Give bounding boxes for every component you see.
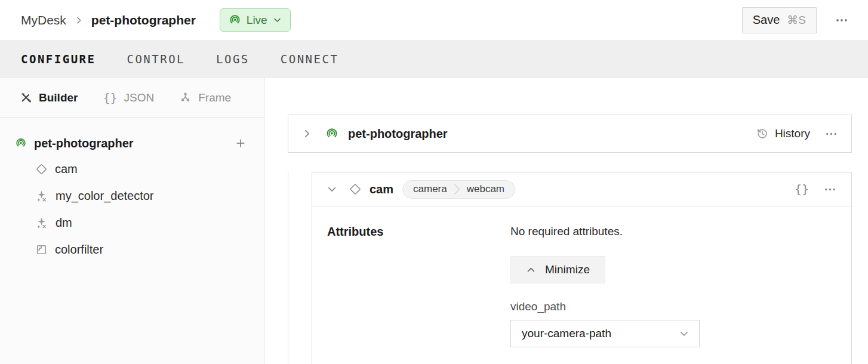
- tree-item-my-color-detector[interactable]: my_color_detector: [0, 183, 264, 209]
- chevron-down-icon: [327, 184, 337, 195]
- cam-card-collapse-button[interactable]: [323, 180, 341, 198]
- cam-resource-card: cam camera webcam {}: [312, 172, 852, 364]
- view-tab-json-label: JSON: [124, 91, 155, 104]
- tree-item-label: my_color_detector: [56, 189, 154, 203]
- no-required-attributes-text: No required attributes.: [510, 225, 836, 238]
- video-path-select-value: your-camera-path: [522, 327, 611, 340]
- save-shortcut-hint: ⌘S: [787, 13, 806, 27]
- save-button-label: Save: [753, 13, 780, 27]
- tree-root-label: pet-photographer: [34, 137, 224, 150]
- chevron-down-icon: [679, 328, 690, 339]
- view-code-button[interactable]: {}: [795, 182, 809, 196]
- chevron-separator-icon: [453, 183, 461, 196]
- chevron-right-icon: [301, 128, 312, 139]
- ellipsis-icon: [835, 13, 849, 27]
- video-path-select[interactable]: your-camera-path: [510, 320, 700, 347]
- view-tab-builder[interactable]: Builder: [20, 91, 78, 104]
- resource-model-tag: webcam: [467, 183, 504, 195]
- resource-cards-group: cam camera webcam {}: [288, 172, 852, 364]
- attributes-form-column: No required attributes. Minimize video_p…: [510, 225, 836, 347]
- breadcrumb-machine-name: pet-photographer: [91, 13, 196, 27]
- tab-logs[interactable]: LOGS: [216, 53, 250, 66]
- component-diamond-icon: [35, 163, 48, 175]
- cam-card-title: cam: [370, 183, 393, 196]
- primary-tabbar: CONFIGURE CONTROL LOGS CONNECT: [0, 40, 868, 78]
- view-tab-builder-label: Builder: [39, 91, 78, 104]
- tab-control[interactable]: CONTROL: [127, 53, 185, 66]
- sidebar-view-tabs: Builder {} JSON Frame: [0, 78, 264, 118]
- chevron-down-icon: [273, 16, 282, 24]
- breadcrumb: MyDesk pet-photographer: [21, 13, 196, 27]
- chevron-up-icon: [526, 265, 536, 275]
- cam-card-header: cam camera webcam {}: [312, 172, 851, 206]
- module-icon: [35, 243, 48, 256]
- minimize-button[interactable]: Minimize: [510, 256, 605, 283]
- resource-type-tag: camera: [413, 183, 447, 195]
- frame-axes-icon: [179, 91, 192, 104]
- history-button[interactable]: History: [756, 127, 810, 140]
- view-tab-json[interactable]: {} JSON: [103, 91, 154, 104]
- history-icon: [756, 127, 769, 140]
- tree-item-label: cam: [55, 162, 78, 176]
- config-main-panel: pet-photographer History: [264, 78, 868, 364]
- tree-item-cam[interactable]: cam: [0, 156, 264, 183]
- resource-type-tags: camera webcam: [402, 180, 515, 199]
- resource-tree: pet-photographer cam: [0, 118, 264, 263]
- save-button[interactable]: Save ⌘S: [742, 7, 817, 33]
- view-tab-frame[interactable]: Frame: [179, 91, 231, 104]
- video-path-field-label: video_path: [510, 300, 836, 313]
- attributes-heading: Attributes: [327, 225, 510, 239]
- service-sparkle-icon: [35, 190, 48, 203]
- machine-card-title: pet-photographer: [348, 127, 448, 141]
- status-label: Live: [247, 14, 267, 27]
- service-sparkle-icon: [35, 217, 48, 230]
- ellipsis-icon: [824, 127, 838, 141]
- tree-item-label: colorfilter: [55, 243, 103, 257]
- cam-card-menu-button[interactable]: [820, 179, 841, 200]
- tree-root-machine[interactable]: pet-photographer: [0, 131, 264, 156]
- tab-connect[interactable]: CONNECT: [281, 53, 339, 66]
- machine-card-actions: History: [756, 124, 842, 144]
- breadcrumb-separator-icon: [74, 16, 84, 25]
- plus-icon: [235, 137, 247, 149]
- view-tab-frame-label: Frame: [198, 91, 231, 104]
- machine-card-expand-button[interactable]: [298, 125, 316, 143]
- tree-item-colorfilter[interactable]: colorfilter: [0, 236, 264, 263]
- tools-icon: [20, 91, 32, 104]
- machine-card: pet-photographer History: [288, 115, 852, 153]
- broadcast-icon: [15, 137, 27, 149]
- machine-card-menu-button[interactable]: [821, 124, 842, 144]
- machine-status-dropdown[interactable]: Live: [220, 8, 291, 32]
- attributes-label-column: Attributes: [327, 225, 510, 347]
- cam-card-body: Attributes No required attributes. Minim…: [312, 206, 851, 347]
- minimize-button-label: Minimize: [545, 263, 590, 276]
- braces-icon: {}: [103, 92, 117, 104]
- tree-item-label: dm: [56, 216, 72, 230]
- tree-item-dm[interactable]: dm: [0, 209, 264, 236]
- breadcrumb-org[interactable]: MyDesk: [21, 13, 66, 27]
- broadcast-icon: [325, 127, 338, 140]
- app-header: MyDesk pet-photographer Live Save ⌘S: [0, 0, 868, 40]
- broadcast-icon: [229, 14, 241, 26]
- history-button-label: History: [775, 127, 810, 140]
- config-sidebar: Builder {} JSON Frame: [0, 78, 264, 364]
- tab-configure[interactable]: CONFIGURE: [21, 53, 96, 66]
- content-area: Builder {} JSON Frame: [0, 78, 868, 364]
- header-overflow-menu-button[interactable]: [831, 10, 852, 31]
- ellipsis-icon: [823, 183, 837, 196]
- cam-card-actions: {}: [795, 179, 841, 200]
- add-resource-button[interactable]: [231, 134, 250, 153]
- component-diamond-icon: [349, 183, 362, 196]
- header-actions: Save ⌘S: [742, 7, 852, 33]
